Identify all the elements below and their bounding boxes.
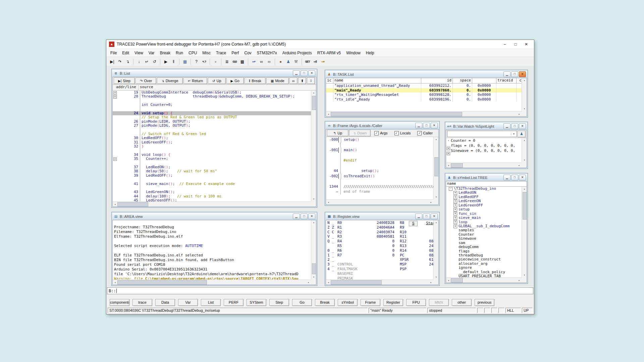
- up-button[interactable]: ↺Up: [208, 77, 226, 84]
- frame-row[interactable]: [326, 142, 433, 148]
- stop-icon[interactable]: ●: [212, 58, 219, 65]
- register-value[interactable]: 080451BB: [419, 248, 433, 253]
- v-scrollbar[interactable]: ▴▾: [433, 137, 438, 199]
- var-view-icon[interactable]: ∞: [258, 58, 265, 65]
- task-maximize-button[interactable]: □: [511, 71, 518, 77]
- column-header-id[interactable]: id: [421, 78, 453, 83]
- task-minimize-button[interactable]: ▁: [503, 71, 511, 77]
- scroll-up-arrow-icon[interactable]: ▴: [311, 90, 316, 95]
- v-scrollbar[interactable]: ▴▾: [311, 220, 316, 280]
- scroll-thumb[interactable]: [331, 112, 462, 116]
- area-minimize-button[interactable]: ▁: [293, 214, 300, 219]
- v-scrollbar[interactable]: ▴▾: [311, 90, 316, 201]
- v-scrollbar[interactable]: ▴▾: [522, 78, 527, 111]
- softkey-list[interactable]: List: [201, 299, 221, 306]
- scroll-right-arrow-icon[interactable]: ▸: [306, 281, 311, 284]
- source-line[interactable]: [113, 128, 311, 132]
- source-line[interactable]: 41 sieve_main(); // Execute C example co…: [113, 182, 311, 186]
- register-value[interactable]: [419, 272, 433, 276]
- register-row[interactable]: 3 _CONTROLMSP2400ED48: [326, 262, 433, 267]
- source-line[interactable]: [113, 161, 311, 165]
- minimize-button[interactable]: –: [500, 41, 510, 48]
- register-value[interactable]: [367, 272, 394, 276]
- frame-row[interactable]: 44 setup();: [326, 168, 433, 174]
- go-up-icon[interactable]: ↺: [151, 58, 158, 65]
- menu-view[interactable]: View: [132, 50, 146, 56]
- list-view-goggles-button[interactable]: ∞: [289, 77, 298, 84]
- list-close-button[interactable]: ✕: [308, 70, 315, 76]
- source-line[interactable]: +19UsbDebugCommInterface debugComm(&Seri…: [113, 90, 311, 95]
- frame-window-titlebar[interactable]: ∞ B::Frame /Args /Locals /Caller ▁ □ ✕: [326, 122, 439, 129]
- over-button[interactable]: ↷Over: [136, 77, 156, 84]
- list-up-button[interactable]: ⬆: [298, 77, 306, 84]
- scroll-thumb[interactable]: [312, 96, 316, 110]
- source-line[interactable]: [113, 148, 311, 153]
- expand-plus-icon[interactable]: +: [113, 158, 117, 161]
- scroll-down-arrow-icon[interactable]: ▾: [434, 195, 438, 199]
- source-line[interactable]: // Switch off Red & Green led: [113, 132, 311, 136]
- source-line[interactable]: +20ThreadDebug threadDebug(&debugComm, D…: [113, 95, 311, 99]
- break-button[interactable]: ‖Break: [245, 77, 266, 84]
- expand-plus-icon[interactable]: +: [447, 152, 450, 155]
- scroll-right-arrow-icon[interactable]: ▸: [517, 113, 522, 116]
- dump-icon[interactable]: 010: [231, 58, 238, 65]
- scroll-left-arrow-icon[interactable]: ◂: [326, 281, 331, 284]
- column-header-ic[interactable]: ic: [326, 78, 333, 83]
- register-value[interactable]: 2400ED48: [419, 244, 433, 248]
- register-value[interactable]: 0: [419, 225, 433, 230]
- maximize-button[interactable]: □: [511, 41, 521, 48]
- scroll-thumb[interactable]: [434, 157, 438, 176]
- menu-file[interactable]: File: [108, 50, 119, 56]
- h-scrollbar[interactable]: ◂▸: [446, 163, 522, 168]
- tree-item[interactable]: +sieve_main: [446, 216, 522, 220]
- scroll-down-arrow-icon[interactable]: ▾: [522, 107, 527, 111]
- scroll-thumb[interactable]: [331, 280, 382, 285]
- step-down-icon[interactable]: ↓: [136, 58, 143, 65]
- source-line[interactable]: 37 LedRedON();: [113, 165, 311, 169]
- frame-row[interactable]: [326, 153, 433, 158]
- tree-item[interactable]: -\T32ThreadDebug_ino: [446, 187, 522, 191]
- source-line[interactable]: int Counter=0;: [113, 103, 311, 107]
- register-row[interactable]: 2 _XPSR61000000: [326, 257, 433, 262]
- watch-minimize-button[interactable]: ▁: [503, 123, 511, 129]
- softkey-frame[interactable]: Frame: [361, 299, 380, 306]
- expand-plus-icon[interactable]: +: [453, 203, 457, 207]
- scroll-thumb[interactable]: [451, 278, 463, 283]
- menu-rtx-arm-v5[interactable]: RTX-ARM v5: [315, 50, 343, 56]
- symbol-maximize-button[interactable]: □: [511, 175, 518, 180]
- diverge-button[interactable]: ↴Diverge: [157, 77, 182, 84]
- frame-row[interactable]: -000setup(): [326, 137, 433, 142]
- tree-item[interactable]: ignore: [446, 266, 522, 270]
- mode-icon[interactable]: ▦: [181, 58, 189, 65]
- register-value[interactable]: 0: [367, 253, 394, 258]
- symbol-close-button[interactable]: ✕: [519, 175, 526, 180]
- frame-row[interactable]: -002osThreadExit(): [326, 174, 433, 179]
- source-line[interactable]: [113, 186, 311, 190]
- softkey-symbol[interactable]: sYmbol: [338, 299, 358, 306]
- tree-item[interactable]: allocator_arg: [446, 262, 522, 266]
- h-scrollbar[interactable]: ◂▸: [113, 280, 311, 285]
- scroll-up-arrow-icon[interactable]: ▴: [311, 220, 316, 225]
- scroll-left-arrow-icon[interactable]: ◂: [446, 279, 451, 282]
- scroll-up-arrow-icon[interactable]: ▴: [522, 138, 527, 143]
- softkey-system[interactable]: SYStem: [247, 299, 266, 306]
- register-minimize-button[interactable]: ▁: [415, 214, 422, 219]
- step-return-icon[interactable]: ↵: [143, 58, 150, 65]
- softkey-go[interactable]: Go: [292, 299, 312, 306]
- column-header-space[interactable]: space: [453, 78, 472, 83]
- register-value[interactable]: [367, 267, 394, 272]
- watch-row[interactable]: ·Counter = 0: [446, 138, 522, 143]
- area-maximize-button[interactable]: □: [301, 214, 308, 219]
- tree-item[interactable]: +GLOBAL__sub_I_debugComm: [446, 224, 522, 228]
- menu-arduino-projects[interactable]: Arduino Projects: [280, 50, 315, 56]
- source-line[interactable]: +35 Counter++;: [113, 157, 311, 161]
- step-over-icon[interactable]: ↷: [116, 58, 123, 65]
- v-scrollbar[interactable]: ▴▾: [433, 220, 438, 280]
- list-maximize-button[interactable]: □: [301, 70, 308, 76]
- register-icon[interactable]: ▩: [239, 58, 246, 65]
- source-line[interactable]: 24void setup() {: [113, 111, 311, 115]
- watch-row[interactable]: +Sinewave = (0, 0, 0, 0, 0, 0,: [446, 148, 522, 153]
- register-s-button[interactable]: S: [409, 221, 418, 226]
- register-value[interactable]: 0: [419, 234, 433, 239]
- task-list-icon[interactable]: ♟: [285, 58, 292, 65]
